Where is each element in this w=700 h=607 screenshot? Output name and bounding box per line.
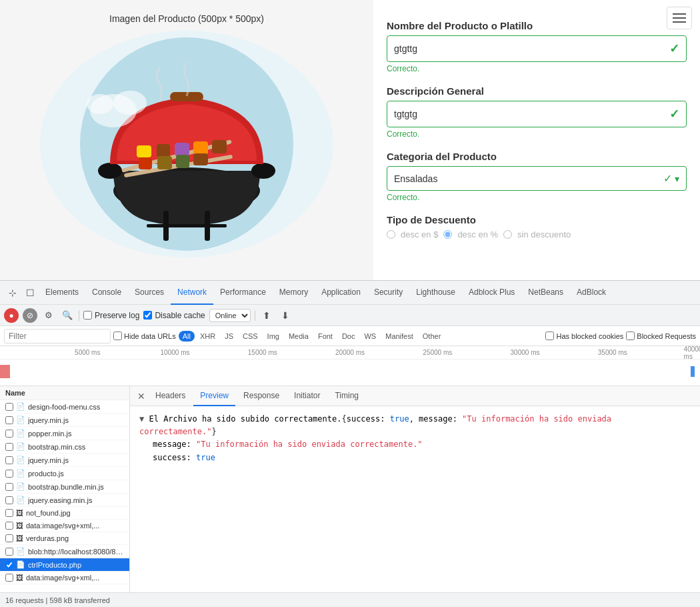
tipo-radio-desc-pct[interactable] [443,230,452,239]
file-checkbox-verduras[interactable] [5,534,13,542]
disable-cache-label[interactable]: Disable cache [143,311,205,320]
preview-tab-headers[interactable]: Headers [149,386,192,406]
file-item-blob[interactable]: 📄 blob:http://localhost:8080/8a... [0,545,129,558]
file-checkbox-bootstrap-css[interactable] [5,443,13,451]
product-image-container[interactable]: + [40,31,333,257]
file-item-verduras[interactable]: 🖼 verduras.png [0,532,129,545]
file-checkbox-svg2[interactable] [5,574,13,582]
filter-tab-xhr[interactable]: XHR [196,331,219,342]
devtools-device-icon[interactable]: ☐ [21,284,39,301]
hide-data-urls-label[interactable]: Hide data URLs [113,332,176,340]
nombre-label: Nombre del Producto o Platillo [387,20,687,31]
preview-tab-initiator[interactable]: Initiator [287,386,327,406]
file-item-popper[interactable]: 📄 popper.min.js [0,427,129,440]
tab-elements[interactable]: Elements [39,281,85,305]
tab-adblock-plus[interactable]: Adblock Plus [462,281,521,305]
filter-tab-css[interactable]: CSS [239,331,262,342]
categoria-select[interactable]: Ensaladas [394,173,663,184]
tab-netbeans[interactable]: NetBeans [521,281,570,305]
tab-application[interactable]: Application [315,281,367,305]
tipo-radio-desc-peso[interactable] [387,230,395,239]
throttle-select[interactable]: Online [209,309,251,322]
filter-tab-media[interactable]: Media [285,331,313,342]
blocked-requests-checkbox[interactable] [626,332,635,340]
file-name-producto: producto.js [28,470,124,478]
record-button[interactable]: ● [4,308,19,323]
tab-console[interactable]: Console [85,281,128,305]
disable-cache-checkbox[interactable] [143,311,152,320]
svg-rect-12 [193,141,208,155]
file-item-jquery-1[interactable]: 📄 jquery.min.js [0,414,129,427]
timeline-mark-15000: 15000 ms [248,349,277,356]
export-button[interactable]: ⬇ [278,308,293,323]
tab-memory[interactable]: Memory [273,281,315,305]
file-checkbox-producto[interactable] [5,470,13,478]
file-item-bootstrap-bundle[interactable]: 📄 bootstrap.bundle.min.js [0,480,129,494]
collapse-arrow[interactable]: ▼ [139,414,144,424]
file-item-jquery-2[interactable]: 📄 jquery.min.js [0,454,129,467]
filter-tab-doc[interactable]: Doc [338,331,359,342]
tab-sources[interactable]: Sources [128,281,171,305]
file-name-jquery-easing: jquery.easing.min.js [28,496,124,504]
preview-tab-preview[interactable]: Preview [193,386,235,406]
nombre-input[interactable] [394,43,669,54]
devtools-toolbar: ● ⊘ ⚙ 🔍 Preserve log Disable cache Onlin… [0,305,700,326]
has-blocked-cookies-label[interactable]: Has blocked cookies [545,332,623,340]
filter-type-tabs: All XHR JS CSS Img Media Font Doc WS Man… [179,331,445,342]
filter-bar: Hide data URLs All XHR JS CSS Img Media … [0,326,700,346]
tab-security[interactable]: Security [367,281,409,305]
filter-tab-other[interactable]: Other [419,331,445,342]
file-checkbox-jquery1[interactable] [5,416,13,424]
toolbar-divider-2 [255,310,255,321]
import-button[interactable]: ⬆ [259,308,274,323]
file-checkbox-popper[interactable] [5,430,13,438]
preview-tab-response[interactable]: Response [237,386,286,406]
blocked-requests-label[interactable]: Blocked Requests [626,332,696,340]
timeline-mark-35000: 35000 ms [598,349,627,356]
preview-close-button[interactable]: ✕ [135,390,147,402]
stop-button[interactable]: ⊘ [23,308,37,323]
preserve-log-label[interactable]: Preserve log [83,311,139,320]
blocked-requests-text: Blocked Requests [637,332,696,340]
filter-tab-manifest[interactable]: Manifest [381,331,417,342]
file-checkbox-ctrl[interactable] [5,561,13,569]
tab-lighthouse[interactable]: Lighthouse [409,281,462,305]
svg-point-20 [113,91,147,115]
filter-tab-font[interactable]: Font [314,331,337,342]
file-item-jquery-easing[interactable]: 📄 jquery.easing.min.js [0,494,129,507]
file-item-design-css[interactable]: 📄 design-food-menu.css [0,400,129,414]
success-key: success: [153,453,196,462]
filter-tab-ws[interactable]: WS [360,331,380,342]
file-checkbox-bootstrap-bundle[interactable] [5,483,13,491]
file-item-svg2[interactable]: 🖼 data:image/svg+xml,... [0,572,129,584]
hamburger-button[interactable] [667,7,692,29]
filter-tab-js[interactable]: JS [221,331,237,342]
file-checkbox-not-found[interactable] [5,509,13,517]
file-item-producto[interactable]: 📄 producto.js [0,467,129,480]
file-checkbox-design[interactable] [5,403,13,411]
descripcion-input[interactable] [394,109,669,119]
devtools-pointer-icon[interactable]: ⊹ [4,284,21,301]
tipo-radio-sin[interactable] [503,230,512,239]
file-list-header: Name [0,386,129,400]
filter-input[interactable] [4,329,111,344]
file-item-ctrl-producto[interactable]: 📄 ctrlProducto.php [0,558,129,572]
preview-tab-timing[interactable]: Timing [328,386,365,406]
file-item-svg1[interactable]: 🖼 data:image/svg+xml,... [0,520,129,532]
file-checkbox-jquery2[interactable] [5,456,13,464]
file-checkbox-blob[interactable] [5,548,13,556]
hide-data-urls-checkbox[interactable] [113,332,122,340]
file-item-not-found[interactable]: 🖼 not_found.jpg [0,507,129,520]
filter-button[interactable]: ⚙ [41,308,56,323]
filter-tab-img[interactable]: Img [263,331,283,342]
file-checkbox-jquery-easing[interactable] [5,496,13,504]
has-blocked-cookies-checkbox[interactable] [545,332,554,340]
tab-performance[interactable]: Performance [213,281,273,305]
file-item-bootstrap-css[interactable]: 📄 bootstrap.min.css [0,440,129,454]
tab-network[interactable]: Network [171,281,213,305]
tab-adblock[interactable]: AdBlock [570,281,613,305]
preserve-log-checkbox[interactable] [83,311,92,320]
file-checkbox-svg1[interactable] [5,522,13,530]
search-button[interactable]: 🔍 [60,308,75,323]
filter-tab-all[interactable]: All [179,331,195,342]
